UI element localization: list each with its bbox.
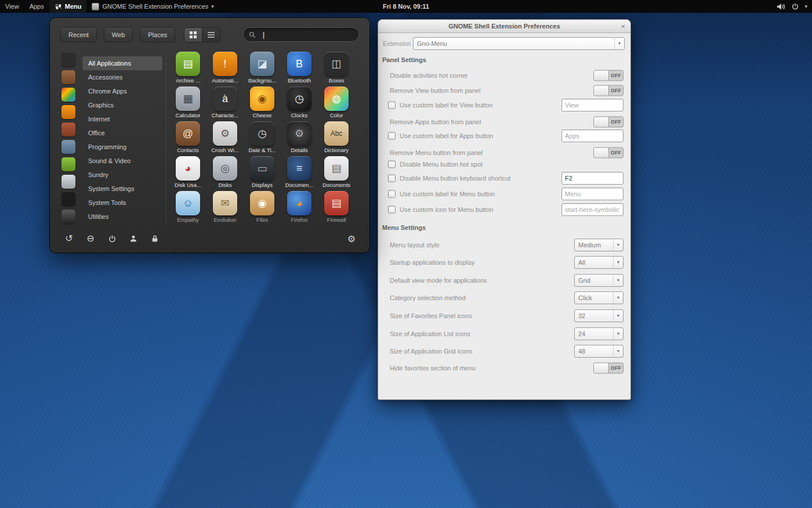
favorite-app-icon[interactable] xyxy=(61,88,75,102)
app-tile[interactable]: ◪Backgrou... xyxy=(244,51,281,85)
favorite-app-icon[interactable] xyxy=(61,157,75,171)
toggle-switch[interactable]: OFF xyxy=(593,116,624,127)
dropdown[interactable]: Grid▼ xyxy=(574,274,624,287)
app-tile[interactable]: ◉Files xyxy=(244,190,281,225)
category-office[interactable]: Office xyxy=(82,126,162,140)
dropdown[interactable]: 24▼ xyxy=(574,327,624,340)
app-tile[interactable]: ▭Displays xyxy=(244,155,281,190)
power-icon[interactable] xyxy=(792,3,799,10)
grid-view-button[interactable] xyxy=(184,27,202,42)
category-system-settings[interactable]: System Settings xyxy=(82,182,162,196)
app-tile[interactable]: ▤Firewall xyxy=(318,190,355,225)
clock[interactable]: Fri 8 Nov, 09:11 xyxy=(383,3,429,10)
app-tile[interactable]: ☺Empathy xyxy=(169,190,206,225)
tab-web[interactable]: Web xyxy=(104,27,133,42)
category-programming[interactable]: Programming xyxy=(82,140,162,154)
favorite-app-icon[interactable] xyxy=(61,210,75,224)
tab-recent[interactable]: Recent xyxy=(60,27,97,42)
app-tile[interactable]: ✉Evolution xyxy=(206,190,244,225)
app-tile[interactable]: ◫Boxes xyxy=(318,51,355,85)
power-icon[interactable] xyxy=(107,233,117,244)
volume-icon[interactable] xyxy=(777,3,786,10)
app-tile[interactable]: ≡Documen... xyxy=(281,155,318,190)
app-tile[interactable]: ▤Archive ... xyxy=(169,51,206,85)
app-tile[interactable]: ◉Cheese xyxy=(244,85,281,120)
icon-glyph: ▭ xyxy=(257,162,267,175)
text-entry[interactable] xyxy=(561,99,624,111)
toggle-switch[interactable]: OFF xyxy=(593,147,624,158)
dropdown[interactable]: 48▼ xyxy=(574,345,624,358)
app-tile[interactable]: AbcDictionary xyxy=(318,120,355,155)
checkbox[interactable] xyxy=(388,101,396,109)
favorite-app-icon[interactable] xyxy=(61,140,75,154)
category-sundry[interactable]: Sundry xyxy=(82,168,162,182)
category-internet[interactable]: Internet xyxy=(82,112,162,126)
pref-label: Use custom label for Menu button xyxy=(400,190,495,197)
app-tile[interactable]: ▤Documents xyxy=(318,155,355,190)
close-button[interactable]: × xyxy=(621,20,625,33)
favorite-app-icon[interactable] xyxy=(61,105,75,119)
app-tile[interactable]: ⚙Details xyxy=(281,120,318,155)
panel-view-button[interactable]: View xyxy=(0,0,24,13)
search-input[interactable]: | xyxy=(243,27,359,42)
panel-apps-button[interactable]: Apps xyxy=(24,0,49,13)
restart-icon[interactable]: ↺ xyxy=(64,233,74,244)
checkbox[interactable] xyxy=(388,174,396,182)
logout-icon[interactable]: ⊖ xyxy=(85,233,96,244)
chevron-down-icon[interactable]: ▾ xyxy=(804,3,807,9)
window-titlebar[interactable]: GNOME Shell Extension Preferences × xyxy=(378,20,630,33)
app-tile[interactable]: ▦Calculator xyxy=(169,85,206,120)
checkbox[interactable] xyxy=(388,206,396,213)
app-tile[interactable]: ◕Firefox xyxy=(281,190,318,225)
favorite-app-icon[interactable] xyxy=(61,175,75,189)
pref-label: Use custom label for Apps button xyxy=(400,132,493,139)
app-menu[interactable]: GNOME Shell Extension Preferences ▾ xyxy=(86,0,219,13)
user-switch-icon[interactable] xyxy=(128,233,139,244)
list-view-button[interactable] xyxy=(202,27,220,42)
lock-icon[interactable] xyxy=(150,233,160,244)
category-system-tools[interactable]: System Tools xyxy=(82,196,162,210)
app-tile[interactable]: !Automati... xyxy=(206,51,244,85)
gear-icon[interactable]: ⚙ xyxy=(347,233,356,244)
dropdown[interactable]: Click▼ xyxy=(574,291,624,304)
tab-places[interactable]: Places xyxy=(140,27,175,42)
text-entry[interactable] xyxy=(561,172,624,185)
extension-dropdown[interactable]: Gno-Menu ▼ xyxy=(413,37,625,50)
favorite-app-icon[interactable] xyxy=(61,53,75,67)
dropdown[interactable]: All▼ xyxy=(574,256,624,269)
app-tile[interactable]: @Contacts xyxy=(169,120,206,155)
category-accessories[interactable]: Accessories xyxy=(82,70,162,84)
toggle-switch[interactable]: OFF xyxy=(593,70,624,81)
category-chrome-apps[interactable]: Chrome Apps xyxy=(82,84,162,98)
app-label: Disk Usa... xyxy=(169,182,206,188)
app-tile[interactable]: ◷Date & Ti... xyxy=(244,120,281,155)
favorite-app-icon[interactable] xyxy=(61,70,75,84)
text-entry[interactable] xyxy=(561,203,624,216)
checkbox[interactable] xyxy=(388,160,396,168)
app-tile[interactable]: ◕Disk Usa... xyxy=(169,155,206,190)
toggle-switch[interactable]: OFF xyxy=(593,85,624,96)
checkbox[interactable] xyxy=(388,132,396,139)
app-tile[interactable]: ◍Color xyxy=(318,85,355,120)
category-graphics[interactable]: Graphics xyxy=(82,98,162,112)
text-entry[interactable] xyxy=(561,129,624,142)
favorite-app-icon[interactable] xyxy=(61,192,75,206)
app-tile[interactable]: ◷Clocks xyxy=(281,85,318,120)
category-sound-video[interactable]: Sound & Video xyxy=(82,154,162,168)
panel-menu-button[interactable]: Menu xyxy=(49,0,87,13)
dropdown[interactable]: Medium▼ xyxy=(574,239,624,251)
favorite-app-icon[interactable] xyxy=(61,123,75,136)
app-tile[interactable]: BBluetooth xyxy=(281,51,318,85)
checkbox[interactable] xyxy=(388,190,396,197)
text-entry[interactable] xyxy=(561,188,624,200)
toggle-switch[interactable]: OFF xyxy=(593,362,624,373)
pref-row-combo: Startup applications to display All▼ xyxy=(378,255,630,269)
app-tile[interactable]: àCharacte... xyxy=(206,85,244,120)
dropdown[interactable]: 32▼ xyxy=(574,309,624,322)
app-tile[interactable]: ⚙Crosh Wi... xyxy=(206,120,244,155)
category-all-applications[interactable]: All Applications xyxy=(82,56,162,70)
category-utilities[interactable]: Utilities xyxy=(82,210,162,224)
app-tile[interactable]: ◎Disks xyxy=(206,155,244,190)
view-button-label: View xyxy=(5,3,19,10)
view-mode-toggle xyxy=(184,27,220,42)
